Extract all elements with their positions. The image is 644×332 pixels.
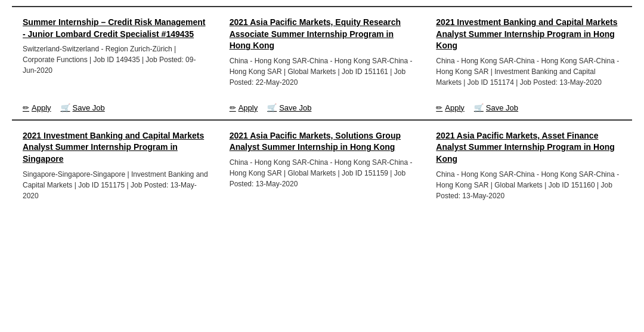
- save-label-3[interactable]: Save Job: [486, 103, 518, 112]
- save-link-2[interactable]: 🛒 Save Job: [267, 103, 311, 112]
- save-link-1[interactable]: 🛒 Save Job: [61, 103, 105, 112]
- job-card-5: 2021 Asia Pacific Markets, Solutions Gro…: [219, 119, 426, 208]
- job-card-6: 2021 Asia Pacific Markets, Asset Finance…: [425, 119, 632, 208]
- save-icon-3: 🛒: [474, 103, 484, 112]
- apply-link-1[interactable]: ✏ Apply: [23, 103, 51, 112]
- job-actions-3: ✏ Apply 🛒 Save Job: [436, 99, 621, 112]
- job-title-6[interactable]: 2021 Asia Pacific Markets, Asset Finance…: [436, 130, 621, 165]
- job-title-2[interactable]: 2021 Asia Pacific Markets, Equity Resear…: [230, 17, 415, 52]
- apply-label-2[interactable]: Apply: [239, 103, 258, 112]
- apply-label-1[interactable]: Apply: [32, 103, 51, 112]
- save-label-1[interactable]: Save Job: [73, 103, 105, 112]
- job-card-4: 2021 Investment Banking and Capital Mark…: [12, 119, 219, 208]
- save-icon-1: 🛒: [61, 103, 70, 112]
- save-link-3[interactable]: 🛒 Save Job: [474, 103, 518, 112]
- job-card-1: Summer Internship – Credit Risk Manageme…: [12, 6, 219, 119]
- apply-link-2[interactable]: ✏ Apply: [230, 103, 258, 112]
- apply-icon-1: ✏: [23, 103, 29, 112]
- job-meta-1: Switzerland-Switzerland - Region Zurich-…: [23, 44, 208, 88]
- job-title-3[interactable]: 2021 Investment Banking and Capital Mark…: [436, 17, 621, 52]
- job-meta-2: China - Hong Kong SAR-China - Hong Kong …: [230, 56, 415, 88]
- job-actions-2: ✏ Apply 🛒 Save Job: [230, 99, 415, 112]
- job-card-3: 2021 Investment Banking and Capital Mark…: [425, 6, 632, 119]
- job-actions-1: ✏ Apply 🛒 Save Job: [23, 99, 208, 112]
- apply-label-3[interactable]: Apply: [445, 103, 465, 112]
- apply-icon-3: ✏: [436, 103, 442, 112]
- job-meta-5: China - Hong Kong SAR-China - Hong Kong …: [230, 157, 415, 201]
- job-meta-3: China - Hong Kong SAR-China - Hong Kong …: [436, 56, 621, 88]
- save-icon-2: 🛒: [267, 103, 277, 112]
- job-meta-6: China - Hong Kong SAR-China - Hong Kong …: [436, 169, 621, 201]
- job-meta-4: Singapore-Singapore-Singapore | Investme…: [23, 169, 208, 201]
- jobs-grid: Summer Internship – Credit Risk Manageme…: [0, 0, 644, 214]
- job-title-4[interactable]: 2021 Investment Banking and Capital Mark…: [23, 130, 208, 165]
- job-card-2: 2021 Asia Pacific Markets, Equity Resear…: [219, 6, 426, 119]
- job-title-5[interactable]: 2021 Asia Pacific Markets, Solutions Gro…: [230, 130, 415, 153]
- apply-icon-2: ✏: [230, 103, 236, 112]
- apply-link-3[interactable]: ✏ Apply: [436, 103, 465, 112]
- save-label-2[interactable]: Save Job: [279, 103, 311, 112]
- job-title-1[interactable]: Summer Internship – Credit Risk Manageme…: [23, 17, 208, 40]
